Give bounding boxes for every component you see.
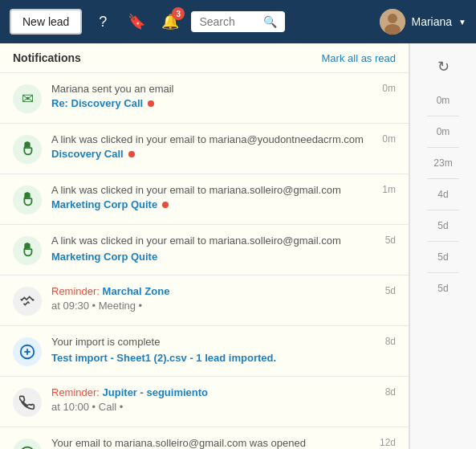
sidebar-time-1: 0m — [437, 90, 450, 111]
click-icon — [13, 236, 42, 265]
svg-point-1 — [388, 14, 397, 23]
notif-sub-text: at 09:30 • Meeting • — [51, 300, 369, 312]
notif-main-text: A link was clicked in your email to mari… — [51, 133, 366, 145]
click-icon — [13, 135, 42, 164]
chevron-down-icon: ▼ — [458, 18, 466, 27]
email-icon: ✉ — [13, 84, 42, 113]
notification-item[interactable]: A link was clicked in your email to mari… — [0, 225, 409, 276]
sidebar-time-3: 23m — [433, 153, 452, 173]
notif-content: Your import is complete Test import - Sh… — [51, 336, 369, 365]
notif-link[interactable]: Marketing Corp Quite — [51, 198, 157, 210]
notification-item[interactable]: Your email to mariana.solleiro@gmail.com… — [0, 427, 409, 449]
search-submit-button[interactable]: 🔍 — [263, 15, 277, 28]
handshake-icon — [13, 287, 42, 316]
notifications-panel: Notifications Mark all as read ✉ Mariana… — [0, 43, 409, 449]
notif-reminder-name[interactable]: Marchal Zone — [103, 285, 170, 297]
notif-main-text: Your import is complete — [51, 336, 369, 348]
notif-time: 0m — [376, 133, 396, 145]
notif-content: Reminder: Marchal Zone at 09:30 • Meetin… — [51, 285, 369, 312]
notification-item[interactable]: A link was clicked in your email to mari… — [0, 124, 409, 174]
sidebar-divider — [427, 210, 459, 210]
refresh-icon: ↻ — [437, 59, 450, 75]
notif-link[interactable]: Test import - Sheet1 (2).csv - 1 lead im… — [51, 352, 276, 364]
notif-reminder-name[interactable]: Jupiter - seguimiento — [103, 386, 208, 398]
sidebar-divider — [427, 178, 459, 179]
username-label: Mariana — [412, 15, 453, 28]
sidebar-time-6: 5d — [437, 247, 448, 267]
notification-item[interactable]: Your import is complete Test import - Sh… — [0, 326, 409, 377]
sidebar-divider — [427, 116, 459, 116]
notif-content: A link was clicked in your email to mari… — [51, 184, 366, 210]
click-icon — [13, 186, 42, 214]
notification-badge: 3 — [172, 7, 185, 20]
user-menu[interactable]: Mariana ▼ — [380, 9, 467, 35]
sidebar-divider — [427, 147, 459, 148]
notification-item[interactable]: Reminder: Marchal Zone at 09:30 • Meetin… — [0, 276, 409, 326]
eye-icon — [13, 439, 42, 449]
notif-main-text: Mariana sent you an email — [51, 83, 366, 95]
unread-dot — [148, 100, 154, 107]
notif-content: Reminder: Jupiter - seguimiento at 10:00… — [51, 386, 369, 413]
new-lead-button[interactable]: New lead — [10, 9, 82, 35]
sidebar-divider — [427, 241, 459, 242]
notif-content: Mariana sent you an email Re: Discovery … — [51, 83, 366, 109]
notif-time: 0m — [376, 83, 396, 94]
search-input[interactable] — [199, 15, 258, 28]
bookmark-button[interactable]: 🔖 — [124, 9, 149, 35]
sidebar-time-5: 5d — [437, 215, 448, 236]
notif-reminder-label: Reminder: Jupiter - seguimiento — [51, 386, 369, 398]
avatar — [380, 9, 405, 35]
notification-item[interactable]: Reminder: Jupiter - seguimiento at 10:00… — [0, 377, 409, 427]
notif-time: 8d — [379, 386, 396, 398]
unread-dot — [128, 151, 135, 157]
main-area: Notifications Mark all as read ✉ Mariana… — [0, 43, 476, 449]
sidebar-time-4: 4d — [437, 184, 448, 205]
notifications-header: Notifications Mark all as read — [0, 43, 409, 73]
mark-all-read-button[interactable]: Mark all as read — [322, 52, 396, 64]
notif-sub-text: at 10:00 • Call • — [51, 401, 369, 413]
notif-link[interactable]: Marketing Corp Quite — [51, 251, 157, 263]
notif-time: 8d — [379, 336, 396, 347]
notif-time: 1m — [376, 184, 396, 195]
bookmark-icon: 🔖 — [128, 13, 145, 31]
notifications-button[interactable]: 🔔 3 — [157, 9, 183, 35]
notif-content: Your email to mariana.solleiro@gmail.com… — [51, 437, 364, 449]
notif-reminder-label: Reminder: Marchal Zone — [51, 285, 369, 297]
sidebar-time-2: 0m — [437, 121, 450, 142]
right-sidebar: ↻ 0m 0m 23m 4d 5d 5d 5d — [409, 43, 476, 449]
search-icon: 🔍 — [263, 15, 277, 28]
help-button[interactable]: ? — [90, 9, 116, 35]
notification-item[interactable]: ✉ Mariana sent you an email Re: Discover… — [0, 73, 409, 124]
notif-content: A link was clicked in your email to mari… — [51, 133, 366, 160]
notif-main-text: Your email to mariana.solleiro@gmail.com… — [51, 437, 364, 449]
sidebar-time-7: 5d — [437, 278, 448, 299]
refresh-button[interactable]: ↻ — [431, 51, 456, 82]
notif-time: 12d — [373, 437, 396, 448]
unread-dot — [162, 202, 169, 208]
notif-time: 5d — [379, 285, 396, 296]
notifications-title: Notifications — [13, 51, 81, 64]
notification-item[interactable]: A link was clicked in your email to mari… — [0, 174, 409, 225]
search-container: 🔍 — [191, 11, 285, 32]
sidebar-divider — [427, 272, 459, 273]
phone-icon — [13, 388, 42, 417]
import-icon — [13, 337, 42, 366]
notif-link[interactable]: Re: Discovery Call — [51, 97, 143, 109]
notif-link[interactable]: Discovery Call — [51, 148, 124, 160]
navbar: New lead ? 🔖 🔔 3 🔍 Mariana ▼ — [0, 0, 476, 43]
question-icon: ? — [99, 14, 107, 31]
notif-main-text: A link was clicked in your email to mari… — [51, 184, 366, 196]
notif-time: 5d — [379, 235, 396, 246]
notif-content: A link was clicked in your email to mari… — [51, 235, 369, 263]
notif-main-text: A link was clicked in your email to mari… — [51, 235, 369, 247]
